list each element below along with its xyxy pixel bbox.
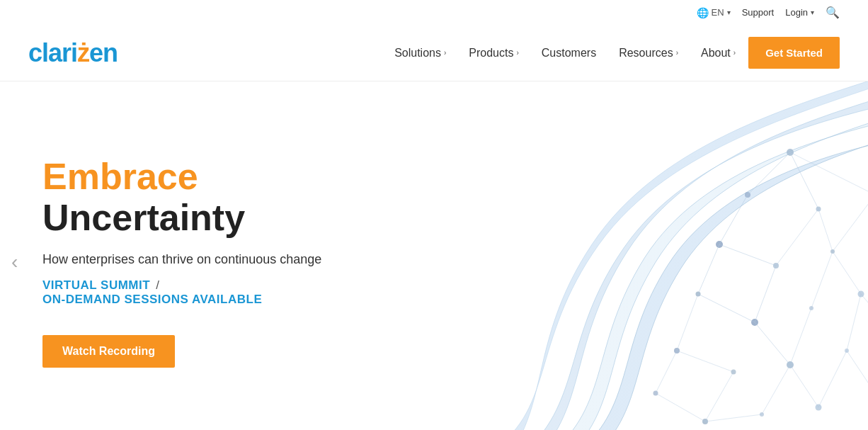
svg-line-34 — [677, 294, 698, 351]
get-started-button[interactable]: Get Started — [748, 37, 840, 69]
network-svg — [379, 81, 868, 430]
watch-recording-button[interactable]: Watch Recording — [42, 335, 175, 368]
svg-line-37 — [847, 294, 861, 351]
svg-line-22 — [790, 152, 818, 209]
svg-line-46 — [656, 393, 705, 421]
hero-content: Embrace Uncertainty How enterprises can … — [0, 114, 425, 409]
language-selector[interactable]: 🌐 EN ▾ — [697, 7, 731, 18]
nav-item-products: Products › — [459, 41, 528, 65]
hero-title: Embrace Uncertainty — [42, 157, 382, 237]
hero-section: ‹ Embrace Uncertainty How enterprises ca… — [0, 81, 868, 430]
svg-point-17 — [702, 419, 708, 424]
ondemand-badge: ON-DEMAND SESSIONS AVAILABLE — [42, 293, 262, 307]
svg-point-10 — [858, 291, 864, 298]
svg-line-25 — [776, 209, 818, 266]
svg-line-26 — [818, 209, 833, 251]
svg-point-18 — [760, 412, 764, 417]
top-utility-bar: 🌐 EN ▾ Support Login ▾ 🔍 — [0, 0, 868, 25]
svg-point-7 — [696, 292, 701, 297]
products-chevron-icon: › — [516, 49, 518, 57]
nav-links: Solutions › Products › Customers Resourc… — [384, 37, 840, 69]
svg-line-36 — [790, 308, 811, 365]
logo-text: clariżen — [28, 38, 118, 68]
svg-line-42 — [762, 365, 790, 414]
svg-line-44 — [818, 351, 847, 407]
svg-line-28 — [719, 244, 776, 266]
svg-point-4 — [773, 263, 779, 268]
svg-line-23 — [790, 152, 868, 195]
globe-icon: 🌐 — [697, 7, 709, 18]
svg-line-43 — [790, 365, 818, 407]
svg-point-3 — [716, 241, 723, 248]
nav-link-customers[interactable]: Customers — [532, 41, 606, 65]
svg-line-38 — [861, 294, 868, 336]
carousel-prev-button[interactable]: ‹ — [11, 251, 18, 273]
svg-line-30 — [755, 266, 776, 322]
hero-badges: VIRTUAL SUMMIT / ON-DEMAND SESSIONS AVAI… — [42, 278, 382, 307]
svg-point-12 — [731, 370, 736, 375]
nav-item-solutions: Solutions › — [384, 41, 456, 65]
svg-line-39 — [677, 351, 733, 372]
svg-line-31 — [811, 251, 833, 308]
nav-link-about[interactable]: About › — [691, 41, 746, 65]
svg-point-5 — [830, 249, 835, 254]
svg-point-13 — [787, 361, 794, 368]
language-label: EN — [712, 7, 724, 18]
login-link[interactable]: Login — [785, 7, 808, 18]
hero-title-emphasis: Embrace — [42, 156, 198, 197]
nav-item-about: About › — [691, 41, 746, 65]
svg-line-47 — [705, 414, 762, 421]
svg-line-32 — [833, 251, 861, 294]
badge-separator: / — [156, 278, 159, 293]
about-chevron-icon: › — [733, 49, 736, 57]
virtual-summit-badge: VIRTUAL SUMMIT — [42, 278, 150, 293]
nav-item-customers: Customers — [532, 41, 606, 65]
main-navbar: clariżen Solutions › Products › Customer… — [0, 25, 868, 81]
svg-line-35 — [755, 322, 790, 365]
login-chevron-icon: ▾ — [811, 9, 814, 16]
svg-line-45 — [847, 351, 868, 393]
login-container: Login ▾ — [785, 7, 814, 18]
svg-point-2 — [816, 207, 821, 212]
svg-point-16 — [653, 391, 658, 396]
svg-line-29 — [698, 244, 719, 294]
lang-chevron-icon: ▾ — [727, 9, 731, 16]
nav-link-products[interactable]: Products › — [459, 41, 528, 65]
nav-item-cta: Get Started — [748, 37, 840, 69]
search-icon[interactable]: 🔍 — [826, 6, 840, 19]
logo-dot: ż — [77, 38, 89, 67]
nav-link-solutions[interactable]: Solutions › — [384, 41, 456, 65]
svg-point-8 — [751, 319, 758, 326]
svg-line-24 — [719, 195, 748, 244]
svg-point-14 — [845, 349, 849, 353]
svg-point-9 — [809, 306, 813, 310]
resources-chevron-icon: › — [676, 49, 678, 57]
svg-line-33 — [698, 294, 755, 322]
svg-point-19 — [816, 404, 822, 411]
svg-line-27 — [833, 195, 868, 251]
svg-point-11 — [674, 348, 680, 353]
hero-subtitle: How enterprises can thrive on continuous… — [42, 252, 382, 267]
svg-point-0 — [787, 149, 794, 156]
logo[interactable]: clariżen — [28, 38, 118, 68]
nav-link-resources[interactable]: Resources › — [609, 41, 688, 65]
hero-illustration — [379, 81, 868, 430]
solutions-chevron-icon: › — [444, 49, 446, 57]
svg-line-21 — [748, 152, 790, 195]
svg-line-40 — [656, 351, 677, 393]
hero-title-rest: Uncertainty — [42, 197, 245, 238]
svg-line-41 — [705, 372, 733, 421]
support-link[interactable]: Support — [742, 7, 775, 18]
nav-item-resources: Resources › — [609, 41, 688, 65]
svg-point-1 — [745, 192, 750, 198]
